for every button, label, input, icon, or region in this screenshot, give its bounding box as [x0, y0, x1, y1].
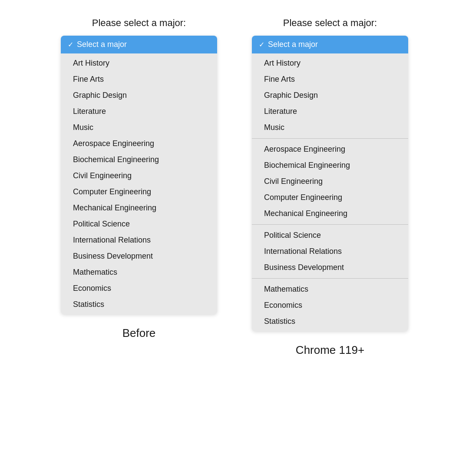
group-divider	[252, 224, 408, 225]
list-item[interactable]: Statistics	[252, 313, 408, 330]
list-item[interactable]: Fine Arts	[252, 71, 408, 87]
list-item[interactable]: Business Development	[252, 260, 408, 276]
list-item[interactable]: Statistics	[61, 296, 217, 313]
left-checkmark-icon: ✓	[68, 40, 73, 49]
left-items-list: Art HistoryFine ArtsGraphic DesignLitera…	[61, 53, 217, 314]
list-item[interactable]: Mathematics	[252, 281, 408, 297]
list-item[interactable]: Mathematics	[61, 264, 217, 280]
list-item[interactable]: Business Development	[61, 248, 217, 264]
list-item[interactable]: Literature	[252, 103, 408, 120]
list-item[interactable]: Art History	[61, 55, 217, 71]
before-panel: Please select a major: ✓ Select a major …	[61, 17, 217, 340]
list-item[interactable]: Computer Engineering	[252, 190, 408, 206]
list-item[interactable]: Graphic Design	[252, 87, 408, 103]
list-item[interactable]: Music	[252, 120, 408, 136]
right-title: Please select a major:	[283, 17, 377, 29]
right-dropdown-box[interactable]: ✓ Select a major Art HistoryFine ArtsGra…	[252, 36, 408, 331]
main-container: Please select a major: ✓ Select a major …	[9, 17, 460, 357]
left-dropdown-box[interactable]: ✓ Select a major Art HistoryFine ArtsGra…	[61, 36, 217, 314]
group-divider	[252, 138, 408, 139]
list-item[interactable]: Graphic Design	[61, 87, 217, 103]
list-item[interactable]: Mechanical Engineering	[252, 206, 408, 222]
list-item[interactable]: Civil Engineering	[252, 173, 408, 190]
list-item[interactable]: Mechanical Engineering	[61, 200, 217, 216]
left-selected-label: Select a major	[77, 40, 127, 49]
list-item[interactable]: Aerospace Engineering	[252, 141, 408, 157]
list-item[interactable]: Civil Engineering	[61, 168, 217, 184]
left-selected-option[interactable]: ✓ Select a major	[61, 36, 217, 53]
list-item[interactable]: Literature	[61, 103, 217, 120]
list-item[interactable]: Political Science	[252, 227, 408, 243]
list-item[interactable]: Aerospace Engineering	[61, 136, 217, 152]
list-item[interactable]: Art History	[252, 55, 408, 71]
right-selected-option[interactable]: ✓ Select a major	[252, 36, 408, 53]
list-item[interactable]: Biochemical Engineering	[252, 157, 408, 173]
list-item[interactable]: Fine Arts	[61, 71, 217, 87]
left-footer-label: Before	[122, 326, 156, 340]
list-item[interactable]: Music	[61, 120, 217, 136]
list-item[interactable]: Computer Engineering	[61, 184, 217, 200]
right-selected-label: Select a major	[268, 40, 318, 49]
list-item[interactable]: Biochemical Engineering	[61, 152, 217, 168]
list-item[interactable]: International Relations	[252, 243, 408, 260]
list-item[interactable]: Economics	[252, 297, 408, 313]
right-items-list: Art HistoryFine ArtsGraphic DesignLitera…	[252, 53, 408, 331]
right-checkmark-icon: ✓	[259, 40, 264, 49]
left-title: Please select a major:	[92, 17, 186, 29]
group-divider	[252, 278, 408, 279]
list-item[interactable]: Political Science	[61, 216, 217, 232]
right-footer-label: Chrome 119+	[296, 343, 364, 357]
list-item[interactable]: International Relations	[61, 232, 217, 248]
after-panel: Please select a major: ✓ Select a major …	[252, 17, 408, 357]
list-item[interactable]: Economics	[61, 280, 217, 296]
